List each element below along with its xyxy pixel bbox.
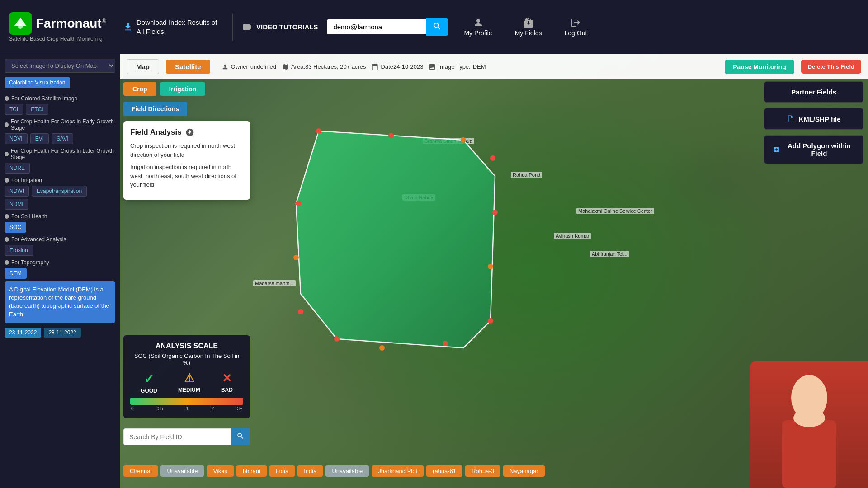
evapo-btn[interactable]: Evapotranspiration (32, 186, 87, 197)
chip-nayanagar[interactable]: Nayanagar (503, 465, 545, 477)
chip-rahua-61[interactable]: rahua-61 (426, 465, 462, 477)
etci-btn[interactable]: ETCI (26, 104, 48, 115)
crop-later-section: For Crop Health For Crops In Later Growt… (5, 148, 115, 160)
svg-point-13 (298, 309, 303, 314)
ndmi-btn[interactable]: NDMI (5, 199, 28, 210)
field-analysis-text2: Irrigation inspection is required in nor… (130, 163, 243, 189)
svg-point-3 (316, 128, 321, 134)
date-info: Date24-10-2023 (371, 63, 423, 70)
field-search-button[interactable] (231, 428, 250, 445)
analysis-scale-panel: ANALYSIS SCALE SOC (Soil Organic Carbon … (123, 335, 250, 418)
svg-point-4 (388, 133, 394, 138)
search-input[interactable] (327, 19, 426, 34)
irrigation-section: For Irrigation (5, 177, 115, 183)
avatar-placeholder (750, 361, 868, 488)
dem-value: DEM (473, 63, 486, 70)
kml-shp-btn[interactable]: KML/SHP file (764, 108, 863, 130)
svg-point-12 (334, 336, 340, 342)
tab-satellite[interactable]: Satellite (166, 60, 210, 74)
field-id-search-input[interactable] (123, 428, 231, 445)
pause-monitoring-btn[interactable]: Pause Monitoring (725, 60, 794, 74)
chip-chennai[interactable]: Chennai (123, 465, 158, 477)
search-area (327, 18, 448, 36)
chip-jharkhand[interactable]: Jharkhand Plot (372, 465, 424, 477)
svg-point-5 (461, 137, 466, 143)
advanced-section: For Advanced Analysis (5, 236, 115, 243)
image-type-label: Image Type: (438, 63, 470, 70)
svg-marker-2 (296, 131, 495, 348)
ndre-btn[interactable]: NDRE (5, 163, 30, 174)
logo-text: Farmonaut® (36, 16, 106, 31)
analysis-scale-title: ANALYSIS SCALE (130, 342, 243, 350)
date-value: Date24-10-2023 (381, 63, 423, 70)
logo-subtitle: Satellite Based Crop Health Monitoring (9, 36, 108, 42)
owner-value: undefined (250, 63, 276, 70)
svg-point-10 (443, 341, 448, 346)
svg-point-7 (492, 210, 498, 215)
chip-vikas[interactable]: Vikas (207, 465, 234, 477)
delete-field-btn[interactable]: Delete This Field (801, 60, 861, 74)
chip-india-2[interactable]: India (297, 465, 323, 477)
field-analysis-title: Field Analysis (130, 128, 243, 137)
topbar: Farmonaut® Satellite Based Crop Health M… (0, 0, 868, 54)
download-btn[interactable]: Download Index Results of All Fields (118, 14, 223, 39)
field-directions-btn[interactable]: Field Directions (123, 102, 187, 116)
crop-btn[interactable]: Crop (123, 82, 156, 96)
savi-btn[interactable]: SAVI (52, 133, 73, 144)
add-polygon-btn[interactable]: Add Polygon within Field (764, 135, 863, 164)
svg-point-9 (488, 318, 493, 324)
svg-point-18 (793, 409, 825, 427)
ndwi-btn[interactable]: NDWI (5, 186, 29, 197)
dem-btn[interactable]: DEM (5, 268, 27, 279)
logo-area: Farmonaut® Satellite Based Crop Health M… (9, 12, 108, 42)
image-select[interactable]: Select Image To Display On Map (5, 59, 115, 73)
partner-fields-btn[interactable]: Partner Fields (764, 81, 863, 103)
irrigation-btn[interactable]: Irrigation (160, 82, 206, 96)
scale-bar (130, 398, 243, 405)
map-info: Owner undefined Area:83 Hectares, 207 ac… (222, 63, 486, 70)
field-analysis-text1: Crop inspection is required in north wes… (130, 141, 243, 159)
field-analysis-panel: Field Analysis Crop inspection is requir… (123, 121, 250, 200)
my-profile-btn[interactable]: My Profile (457, 15, 499, 39)
tab-map[interactable]: Map (127, 59, 159, 74)
evi-btn[interactable]: EVI (30, 133, 49, 144)
search-button[interactable] (426, 18, 448, 36)
erosion-btn[interactable]: Erosion (5, 245, 33, 256)
soc-btn[interactable]: SOC (5, 222, 26, 233)
chip-bhirani[interactable]: bhirani (236, 465, 267, 477)
owner-info: Owner undefined (222, 63, 276, 70)
logo-icon (9, 12, 32, 35)
map-controls-bar: Map Satellite Owner undefined Area:83 He… (120, 54, 868, 79)
scale-good: ✓ GOOD (141, 371, 157, 394)
field-polygon (292, 122, 509, 371)
chip-unavail-1[interactable]: Unavailable (160, 465, 204, 477)
tci-btn[interactable]: TCI (5, 104, 23, 115)
dem-tooltip: A Digital Elevation Model (DEM) is a rep… (5, 281, 115, 323)
svg-point-14 (293, 255, 299, 260)
avatar-area (750, 361, 868, 488)
logout-btn[interactable]: Log Out (558, 15, 594, 39)
topography-section: For Topography (5, 259, 115, 266)
area-value: Area:83 Hectares, 207 acres (291, 63, 366, 70)
image-type-info: Image Type: DEM (429, 63, 486, 70)
svg-point-1 (18, 24, 23, 29)
svg-point-8 (488, 264, 493, 269)
colorblind-btn[interactable]: Colorblind Visualization (5, 77, 70, 88)
scale-medium: ⚠ MEDIUM (178, 371, 200, 394)
scale-icons: ✓ GOOD ⚠ MEDIUM ✕ BAD (130, 371, 243, 394)
chip-rohua-3[interactable]: Rohua-3 (465, 465, 500, 477)
chip-india-1[interactable]: India (269, 465, 295, 477)
svg-rect-17 (782, 420, 836, 488)
date1-btn[interactable]: 23-11-2022 (5, 328, 41, 338)
right-panel: Partner Fields KML/SHP file Add Polygon … (764, 81, 863, 164)
my-fields-btn[interactable]: My Fields (508, 15, 549, 39)
chip-unavail-2[interactable]: Unavailable (326, 465, 369, 477)
video-tutorials-btn[interactable]: VIDEO TUTORIALS (242, 22, 318, 33)
date2-btn[interactable]: 28-11-2022 (44, 328, 80, 338)
main-area: Brahma Sthan Rahua Dham Rahua Rahua Pond… (120, 54, 868, 488)
sidebar: Select Image To Display On Map Colorblin… (0, 54, 120, 488)
svg-point-15 (296, 201, 301, 206)
ndvi-btn[interactable]: NDVI (5, 133, 28, 144)
svg-point-6 (490, 155, 495, 161)
field-search-bar (123, 428, 250, 445)
